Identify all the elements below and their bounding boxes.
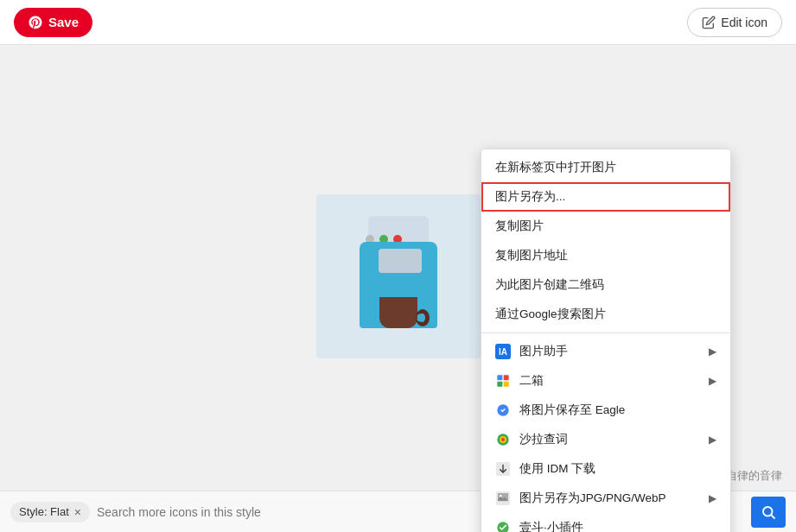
ctx-open-new-tab[interactable]: 在新标签页中打开图片 bbox=[481, 153, 730, 182]
ctx-copy-image[interactable]: 复制图片 bbox=[481, 212, 730, 241]
save-button[interactable]: Save bbox=[14, 8, 92, 37]
svg-rect-1 bbox=[504, 375, 509, 380]
yidou-icon bbox=[495, 520, 511, 532]
pencil-icon bbox=[702, 16, 716, 29]
ctx-yidou[interactable]: 壹斗·小插件 bbox=[481, 513, 730, 532]
ctx-copy-image-url[interactable]: 复制图片地址 bbox=[481, 241, 730, 270]
ia-icon: IA bbox=[495, 344, 511, 359]
ctx-open-new-tab-label: 在新标签页中打开图片 bbox=[495, 160, 616, 175]
ctx-image-assistant[interactable]: IA 图片助手 ▶ bbox=[481, 337, 730, 366]
ctx-search-google[interactable]: 通过Google搜索图片 bbox=[481, 300, 730, 329]
icon-preview bbox=[316, 194, 481, 358]
svg-rect-2 bbox=[497, 382, 502, 387]
ctx-save-format-label: 图片另存为JPG/PNG/WebP bbox=[519, 491, 666, 506]
svg-point-16 bbox=[763, 507, 773, 516]
svg-point-7 bbox=[501, 438, 505, 441]
ctx-yidou-label: 壹斗·小插件 bbox=[519, 520, 583, 532]
ctx-salad[interactable]: 沙拉查词 ▶ bbox=[481, 425, 730, 454]
eagle-icon bbox=[495, 402, 511, 418]
ctx-salad-arrow: ▶ bbox=[709, 434, 716, 446]
ctx-idm[interactable]: 使用 IDM 下载 bbox=[481, 454, 730, 484]
cm-cup bbox=[379, 297, 417, 328]
ctx-eagle-save-label: 将图片保存至 Eagle bbox=[519, 402, 625, 418]
ctx-eagle-save[interactable]: 将图片保存至 Eagle bbox=[481, 396, 730, 425]
ctx-create-qr-label: 为此图片创建二维码 bbox=[495, 277, 604, 293]
ctx-save-image-as-label: 图片另存为... bbox=[495, 189, 565, 205]
style-tag-label: Style: Flat bbox=[19, 505, 69, 518]
ctx-er-jian-label: 二箱 bbox=[519, 373, 544, 389]
ctx-copy-image-label: 复制图片 bbox=[495, 218, 544, 234]
context-menu: 在新标签页中打开图片 图片另存为... 复制图片 复制图片地址 为此图片创建二维… bbox=[481, 149, 731, 532]
svg-point-12 bbox=[497, 522, 508, 532]
pinterest-icon bbox=[28, 15, 43, 30]
erjian-icon bbox=[495, 373, 511, 389]
ctx-salad-label: 沙拉查词 bbox=[519, 432, 568, 447]
svg-rect-3 bbox=[504, 382, 509, 387]
ctx-er-jian[interactable]: 二箱 ▶ bbox=[481, 366, 730, 396]
ctx-copy-image-url-label: 复制图片地址 bbox=[495, 248, 568, 263]
cm-screen bbox=[379, 249, 422, 273]
save-format-icon bbox=[495, 491, 511, 506]
ctx-create-qr[interactable]: 为此图片创建二维码 bbox=[481, 270, 730, 300]
ctx-image-assistant-label: 图片助手 bbox=[519, 344, 568, 359]
save-label: Save bbox=[48, 15, 79, 29]
ctx-separator-1 bbox=[481, 332, 730, 333]
search-button[interactable] bbox=[751, 497, 786, 528]
main-content: 在新标签页中打开图片 图片另存为... 复制图片 复制图片地址 为此图片创建二维… bbox=[0, 45, 796, 491]
edit-icon-label: Edit icon bbox=[721, 16, 767, 29]
idm-icon bbox=[495, 461, 511, 477]
ctx-save-format[interactable]: 图片另存为JPG/PNG/WebP ▶ bbox=[481, 484, 730, 513]
coffee-maker-illustration bbox=[347, 216, 450, 337]
ctx-save-image-as[interactable]: 图片另存为... bbox=[481, 182, 730, 212]
search-icon bbox=[761, 504, 776, 520]
ctx-save-format-arrow: ▶ bbox=[709, 492, 716, 504]
top-bar: Save Edit icon bbox=[0, 0, 796, 45]
cm-handle bbox=[416, 309, 430, 326]
ctx-idm-label: 使用 IDM 下载 bbox=[519, 461, 595, 477]
ctx-search-google-label: 通过Google搜索图片 bbox=[495, 307, 606, 322]
svg-line-17 bbox=[771, 515, 774, 518]
svg-rect-0 bbox=[497, 375, 502, 380]
edit-icon-button[interactable]: Edit icon bbox=[687, 8, 782, 37]
style-tag: Style: Flat × bbox=[10, 502, 90, 522]
salad-icon bbox=[495, 432, 511, 447]
style-tag-close[interactable]: × bbox=[74, 505, 81, 519]
ctx-er-jian-arrow: ▶ bbox=[709, 375, 716, 387]
ctx-image-assistant-arrow: ▶ bbox=[709, 345, 716, 358]
